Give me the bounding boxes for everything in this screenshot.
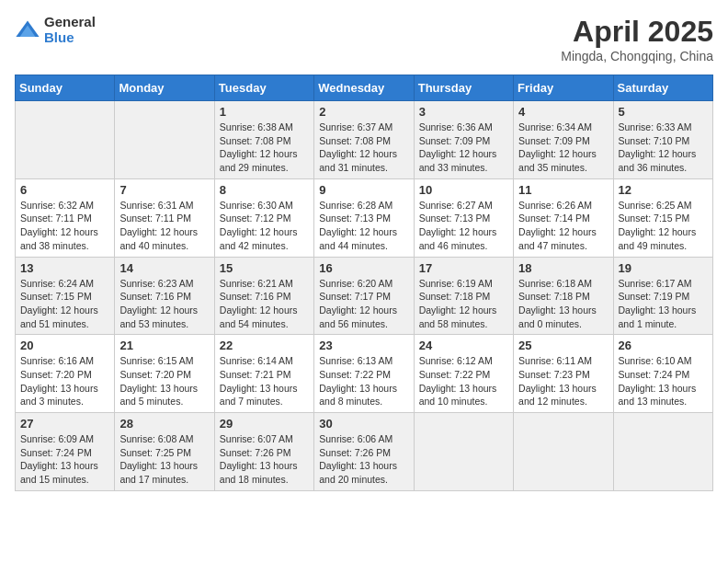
day-info: Sunrise: 6:37 AM Sunset: 7:08 PM Dayligh… bbox=[319, 121, 408, 175]
calendar-day-cell: 21Sunrise: 6:15 AM Sunset: 7:20 PM Dayli… bbox=[115, 335, 214, 413]
day-number: 30 bbox=[319, 417, 408, 431]
calendar-day-cell bbox=[613, 413, 712, 491]
calendar-day-cell: 3Sunrise: 6:36 AM Sunset: 7:09 PM Daylig… bbox=[414, 101, 513, 179]
day-number: 26 bbox=[619, 339, 708, 352]
calendar-day-cell bbox=[16, 101, 115, 179]
day-number: 29 bbox=[220, 417, 309, 431]
day-number: 3 bbox=[419, 105, 508, 119]
calendar-week-4: 20Sunrise: 6:16 AM Sunset: 7:20 PM Dayli… bbox=[16, 335, 713, 413]
day-number: 17 bbox=[419, 261, 508, 275]
calendar-day-cell: 14Sunrise: 6:23 AM Sunset: 7:16 PM Dayli… bbox=[115, 257, 214, 335]
day-number: 2 bbox=[319, 105, 408, 119]
day-number: 11 bbox=[518, 183, 608, 197]
calendar-day-cell: 15Sunrise: 6:21 AM Sunset: 7:16 PM Dayli… bbox=[214, 257, 313, 335]
day-info: Sunrise: 6:33 AM Sunset: 7:10 PM Dayligh… bbox=[619, 121, 708, 175]
day-info: Sunrise: 6:11 AM Sunset: 7:23 PM Dayligh… bbox=[518, 354, 608, 408]
calendar-day-cell: 1Sunrise: 6:38 AM Sunset: 7:08 PM Daylig… bbox=[214, 101, 313, 179]
day-info: Sunrise: 6:14 AM Sunset: 7:21 PM Dayligh… bbox=[220, 354, 309, 408]
weekday-header-monday: Monday bbox=[115, 75, 214, 101]
calendar-day-cell: 30Sunrise: 6:06 AM Sunset: 7:26 PM Dayli… bbox=[314, 413, 414, 491]
day-number: 27 bbox=[20, 417, 109, 431]
day-number: 1 bbox=[220, 105, 309, 119]
calendar-day-cell: 6Sunrise: 6:32 AM Sunset: 7:11 PM Daylig… bbox=[16, 178, 115, 257]
day-info: Sunrise: 6:15 AM Sunset: 7:20 PM Dayligh… bbox=[119, 354, 209, 408]
calendar-week-5: 27Sunrise: 6:09 AM Sunset: 7:24 PM Dayli… bbox=[16, 413, 713, 491]
weekday-header-row: SundayMondayTuesdayWednesdayThursdayFrid… bbox=[16, 75, 713, 101]
day-number: 19 bbox=[619, 261, 708, 275]
day-number: 20 bbox=[20, 339, 109, 352]
calendar-day-cell: 10Sunrise: 6:27 AM Sunset: 7:13 PM Dayli… bbox=[414, 178, 513, 257]
calendar-day-cell: 29Sunrise: 6:07 AM Sunset: 7:26 PM Dayli… bbox=[214, 413, 313, 491]
calendar-day-cell: 13Sunrise: 6:24 AM Sunset: 7:15 PM Dayli… bbox=[16, 257, 115, 335]
day-number: 22 bbox=[220, 339, 309, 352]
calendar-day-cell: 12Sunrise: 6:25 AM Sunset: 7:15 PM Dayli… bbox=[613, 178, 712, 257]
calendar-day-cell: 8Sunrise: 6:30 AM Sunset: 7:12 PM Daylig… bbox=[214, 178, 313, 257]
calendar-week-1: 1Sunrise: 6:38 AM Sunset: 7:08 PM Daylig… bbox=[16, 101, 713, 179]
calendar-day-cell: 24Sunrise: 6:12 AM Sunset: 7:22 PM Dayli… bbox=[414, 335, 513, 413]
calendar-day-cell: 18Sunrise: 6:18 AM Sunset: 7:18 PM Dayli… bbox=[514, 257, 613, 335]
calendar-week-3: 13Sunrise: 6:24 AM Sunset: 7:15 PM Dayli… bbox=[16, 257, 713, 335]
calendar-week-2: 6Sunrise: 6:32 AM Sunset: 7:11 PM Daylig… bbox=[16, 178, 713, 257]
calendar-day-cell: 22Sunrise: 6:14 AM Sunset: 7:21 PM Dayli… bbox=[214, 335, 313, 413]
day-number: 6 bbox=[20, 183, 109, 197]
weekday-header-sunday: Sunday bbox=[16, 75, 115, 101]
weekday-header-saturday: Saturday bbox=[613, 75, 712, 101]
calendar-day-cell: 25Sunrise: 6:11 AM Sunset: 7:23 PM Dayli… bbox=[514, 335, 613, 413]
day-info: Sunrise: 6:20 AM Sunset: 7:17 PM Dayligh… bbox=[319, 277, 408, 331]
calendar-day-cell: 23Sunrise: 6:13 AM Sunset: 7:22 PM Dayli… bbox=[314, 335, 414, 413]
calendar-day-cell: 28Sunrise: 6:08 AM Sunset: 7:25 PM Dayli… bbox=[115, 413, 214, 491]
day-number: 9 bbox=[319, 183, 408, 197]
weekday-header-wednesday: Wednesday bbox=[314, 75, 414, 101]
day-info: Sunrise: 6:32 AM Sunset: 7:11 PM Dayligh… bbox=[20, 199, 109, 253]
calendar-day-cell bbox=[115, 101, 214, 179]
day-info: Sunrise: 6:34 AM Sunset: 7:09 PM Dayligh… bbox=[518, 121, 608, 175]
day-number: 18 bbox=[518, 261, 608, 275]
calendar-table: SundayMondayTuesdayWednesdayThursdayFrid… bbox=[15, 75, 713, 491]
day-number: 16 bbox=[319, 261, 408, 275]
day-info: Sunrise: 6:28 AM Sunset: 7:13 PM Dayligh… bbox=[319, 199, 408, 253]
day-info: Sunrise: 6:31 AM Sunset: 7:11 PM Dayligh… bbox=[119, 199, 209, 253]
day-number: 8 bbox=[220, 183, 309, 197]
day-number: 24 bbox=[419, 339, 508, 352]
day-info: Sunrise: 6:21 AM Sunset: 7:16 PM Dayligh… bbox=[220, 277, 309, 331]
day-info: Sunrise: 6:10 AM Sunset: 7:24 PM Dayligh… bbox=[619, 354, 708, 408]
day-info: Sunrise: 6:19 AM Sunset: 7:18 PM Dayligh… bbox=[419, 277, 508, 331]
day-number: 23 bbox=[319, 339, 408, 352]
calendar-day-cell: 26Sunrise: 6:10 AM Sunset: 7:24 PM Dayli… bbox=[613, 335, 712, 413]
calendar-day-cell: 20Sunrise: 6:16 AM Sunset: 7:20 PM Dayli… bbox=[16, 335, 115, 413]
logo-text: General Blue bbox=[44, 15, 96, 45]
weekday-header-friday: Friday bbox=[514, 75, 613, 101]
calendar-day-cell bbox=[414, 413, 513, 491]
month-year: April 2025 bbox=[561, 15, 713, 49]
location: Mingda, Chongqing, China bbox=[561, 49, 713, 63]
day-info: Sunrise: 6:06 AM Sunset: 7:26 PM Dayligh… bbox=[319, 432, 408, 487]
day-info: Sunrise: 6:38 AM Sunset: 7:08 PM Dayligh… bbox=[220, 121, 309, 175]
day-number: 15 bbox=[220, 261, 309, 275]
day-info: Sunrise: 6:27 AM Sunset: 7:13 PM Dayligh… bbox=[419, 199, 508, 253]
day-info: Sunrise: 6:12 AM Sunset: 7:22 PM Dayligh… bbox=[419, 354, 508, 408]
calendar-day-cell: 2Sunrise: 6:37 AM Sunset: 7:08 PM Daylig… bbox=[314, 101, 414, 179]
logo-blue: Blue bbox=[44, 30, 96, 46]
calendar-day-cell: 27Sunrise: 6:09 AM Sunset: 7:24 PM Dayli… bbox=[16, 413, 115, 491]
day-info: Sunrise: 6:23 AM Sunset: 7:16 PM Dayligh… bbox=[119, 277, 209, 331]
day-info: Sunrise: 6:18 AM Sunset: 7:18 PM Dayligh… bbox=[518, 277, 608, 331]
day-number: 12 bbox=[619, 183, 708, 197]
day-info: Sunrise: 6:24 AM Sunset: 7:15 PM Dayligh… bbox=[20, 277, 109, 331]
day-info: Sunrise: 6:08 AM Sunset: 7:25 PM Dayligh… bbox=[119, 432, 209, 487]
day-info: Sunrise: 6:26 AM Sunset: 7:14 PM Dayligh… bbox=[518, 199, 608, 253]
day-info: Sunrise: 6:13 AM Sunset: 7:22 PM Dayligh… bbox=[319, 354, 408, 408]
day-number: 13 bbox=[20, 261, 109, 275]
calendar-day-cell: 16Sunrise: 6:20 AM Sunset: 7:17 PM Dayli… bbox=[314, 257, 414, 335]
day-number: 4 bbox=[518, 105, 608, 119]
calendar-day-cell bbox=[514, 413, 613, 491]
page-header: General Blue April 2025 Mingda, Chongqin… bbox=[15, 15, 713, 63]
day-info: Sunrise: 6:25 AM Sunset: 7:15 PM Dayligh… bbox=[619, 199, 708, 253]
day-number: 5 bbox=[619, 105, 708, 119]
weekday-header-tuesday: Tuesday bbox=[214, 75, 313, 101]
day-number: 14 bbox=[119, 261, 209, 275]
calendar-day-cell: 17Sunrise: 6:19 AM Sunset: 7:18 PM Dayli… bbox=[414, 257, 513, 335]
day-number: 21 bbox=[119, 339, 209, 352]
day-info: Sunrise: 6:16 AM Sunset: 7:20 PM Dayligh… bbox=[20, 354, 109, 408]
day-number: 25 bbox=[518, 339, 608, 352]
day-number: 7 bbox=[119, 183, 209, 197]
